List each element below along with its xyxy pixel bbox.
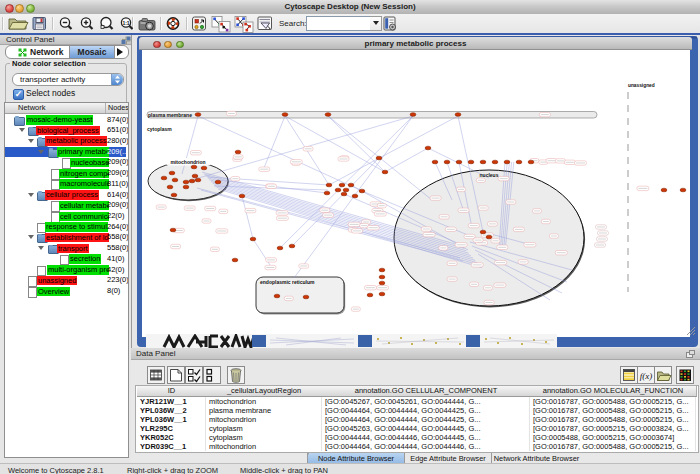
svg-text:f(x): f(x) xyxy=(640,371,653,381)
svg-text:cytoplasm: cytoplasm xyxy=(147,126,172,132)
svg-text:1:1: 1:1 xyxy=(122,20,129,26)
svg-text:mitochondrion: mitochondrion xyxy=(171,159,206,165)
svg-text:endoplasmic reticulum: endoplasmic reticulum xyxy=(260,279,315,285)
svg-text:unassigned: unassigned xyxy=(628,83,655,88)
svg-text:plasma membrane: plasma membrane xyxy=(148,112,192,118)
svg-text:nucleus: nucleus xyxy=(480,172,499,178)
